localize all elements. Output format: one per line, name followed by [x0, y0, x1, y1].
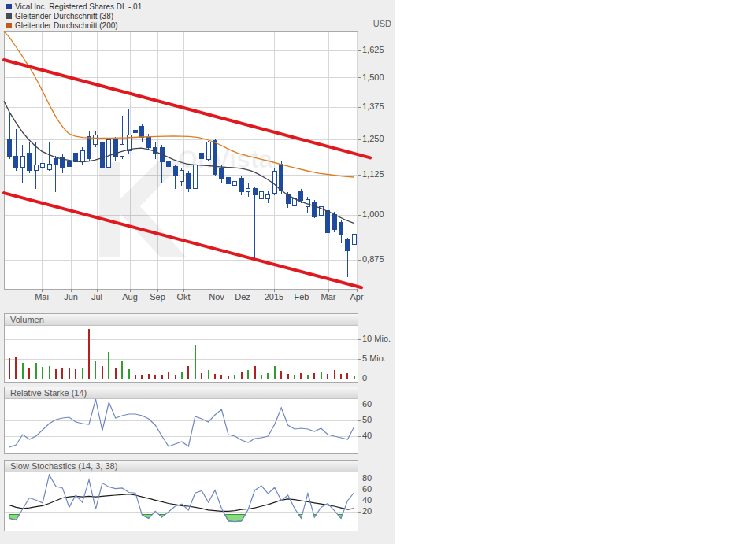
time-axis-label: Jul — [83, 292, 110, 302]
legend-item-ma38: Gleitender Durchschnitt (38) — [6, 11, 142, 20]
volume-panel-title: Volumen — [5, 314, 358, 326]
currency-label: USD — [358, 19, 391, 28]
time-axis-label: Dez — [229, 292, 256, 302]
price-axis-label: 1,500 — [362, 72, 384, 82]
main-price-chart: OnVista — [4, 31, 358, 290]
price-axis-label: 0,875 — [362, 254, 384, 264]
legend-item-label: Gleitender Durchschnitt (200) — [15, 21, 118, 30]
time-axis-label: 2015 — [261, 292, 287, 302]
rsi-axis-label: 40 — [362, 431, 372, 440]
price-axis-label: 1,375 — [362, 102, 384, 111]
price-series-swatch-icon — [6, 4, 12, 9]
stochastics-axis-label: 40 — [362, 495, 372, 505]
rsi-panel-title: Relative Stärke (14) — [5, 387, 358, 399]
price-plot: OnVista — [5, 32, 358, 289]
rsi-axis-label: 50 — [362, 415, 372, 424]
rsi-panel: Relative Stärke (14) — [4, 387, 358, 454]
time-axis-label: Sep — [144, 292, 171, 302]
time-axis-label: Okt — [170, 292, 197, 302]
time-axis-label: Mai — [28, 292, 55, 302]
ma38-swatch-icon — [6, 13, 12, 19]
legend-item-ma200: Gleitender Durchschnitt (200) — [6, 20, 142, 30]
volume-axis-label: 10 Mio. — [362, 334, 391, 343]
legend: Vical Inc. Registered Shares DL -,01 Gle… — [6, 2, 142, 30]
legend-item-price: Vical Inc. Registered Shares DL -,01 — [6, 2, 142, 11]
volume-axis-label: 0 — [362, 373, 367, 383]
price-axis-label: 1,625 — [362, 45, 384, 54]
time-axis-label: Nov — [203, 292, 230, 302]
time-axis-label: Apr — [343, 292, 370, 302]
rsi-plot — [5, 399, 358, 453]
stochastics-axis-label: 80 — [362, 473, 372, 483]
volume-plot — [5, 326, 358, 382]
stochastics-axis-label: 20 — [362, 506, 372, 516]
time-axis-label: Feb — [288, 292, 315, 302]
ma200-swatch-icon — [6, 23, 12, 28]
price-axis-label: 1,250 — [362, 134, 384, 143]
stochastics-axis-label: 60 — [362, 484, 372, 494]
stochastics-panel: Slow Stochastics (14, 3, 38) — [4, 460, 358, 531]
chart-widget: Vical Inc. Registered Shares DL -,01 Gle… — [0, 0, 395, 544]
stochastics-plot — [5, 472, 358, 531]
volume-axis-label: 5 Mio. — [362, 353, 386, 363]
rsi-axis-label: 60 — [362, 399, 372, 409]
legend-item-label: Vical Inc. Registered Shares DL -,01 — [15, 2, 142, 11]
time-axis-label: Mär — [315, 292, 342, 302]
stochastics-panel-title: Slow Stochastics (14, 3, 38) — [5, 461, 358, 472]
price-axis-label: 1,125 — [362, 169, 384, 179]
time-axis-label: Aug — [117, 292, 143, 302]
price-axis-label: 1,000 — [362, 209, 384, 219]
time-axis-label: Jun — [57, 292, 84, 302]
legend-item-label: Gleitender Durchschnitt (38) — [15, 12, 113, 20]
volume-panel: Volumen — [4, 313, 358, 383]
